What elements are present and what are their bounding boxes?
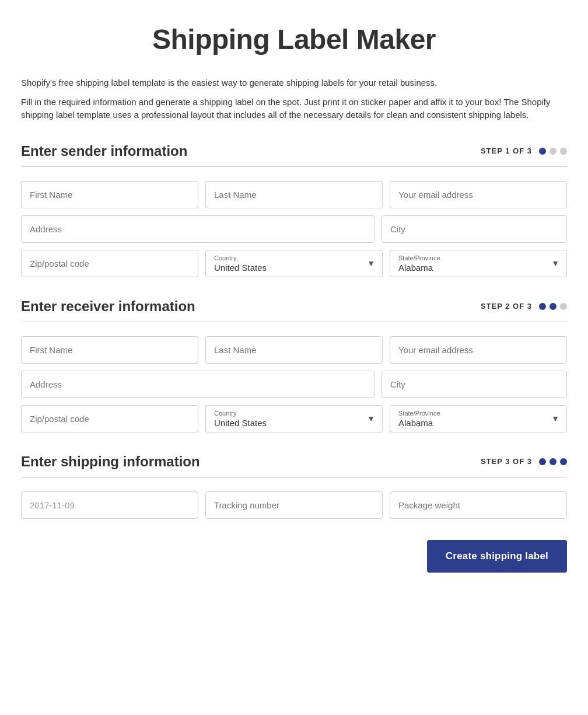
receiver-section-title: Enter receiver information: [21, 298, 195, 315]
shipping-section-header: Enter shipping information STEP 3 OF 3: [21, 454, 567, 470]
sender-last-name[interactable]: [205, 181, 383, 208]
shipping-divider: [21, 477, 567, 477]
sender-dot-1: [539, 148, 546, 155]
receiver-country-select[interactable]: Country United States ▼ United States Ca…: [205, 405, 383, 433]
sender-divider: [21, 166, 567, 167]
receiver-row-1: [21, 336, 567, 364]
shipping-row-1: [21, 491, 567, 519]
sender-city[interactable]: [382, 215, 567, 243]
intro-text-1: Shopify's free shipping label template i…: [21, 76, 567, 90]
receiver-form: Country United States ▼ United States Ca…: [21, 336, 567, 433]
receiver-divider: [21, 322, 567, 322]
sender-email[interactable]: [390, 181, 567, 208]
receiver-city[interactable]: [382, 371, 567, 398]
sender-row-1: [21, 181, 567, 208]
sender-first-name[interactable]: [21, 181, 198, 208]
sender-section: Enter sender information STEP 1 OF 3 Cou…: [21, 143, 567, 277]
sender-row-2: [21, 215, 567, 243]
receiver-dot-2: [550, 303, 556, 310]
page-title: Shipping Label Maker: [21, 23, 567, 55]
sender-dot-2: [550, 148, 556, 155]
shipping-section: Enter shipping information STEP 3 OF 3: [21, 454, 567, 519]
receiver-email[interactable]: [390, 336, 567, 364]
shipping-step-indicator: STEP 3 OF 3: [481, 457, 567, 466]
sender-address[interactable]: [21, 215, 374, 243]
receiver-zip[interactable]: [21, 405, 198, 433]
sender-section-header: Enter sender information STEP 1 OF 3: [21, 143, 567, 159]
sender-row-3: Country United States ▼ United States Ca…: [21, 250, 567, 277]
sender-country-select[interactable]: Country United States ▼ United States Ca…: [205, 250, 383, 277]
receiver-first-name[interactable]: [21, 336, 198, 364]
sender-zip[interactable]: [21, 250, 198, 277]
receiver-step-label: STEP 2 OF 3: [481, 302, 532, 311]
receiver-dot-1: [539, 303, 546, 310]
shipping-tracking[interactable]: [205, 491, 383, 519]
shipping-weight[interactable]: [390, 491, 567, 519]
sender-dot-3: [560, 148, 567, 155]
receiver-step-indicator: STEP 2 OF 3: [481, 302, 567, 311]
sender-step-indicator: STEP 1 OF 3: [481, 147, 567, 155]
receiver-dot-3: [560, 303, 567, 310]
shipping-dot-2: [550, 458, 556, 465]
receiver-section-header: Enter receiver information STEP 2 OF 3: [21, 298, 567, 315]
sender-form: Country United States ▼ United States Ca…: [21, 181, 567, 277]
sender-section-title: Enter sender information: [21, 143, 187, 159]
shipping-dot-3: [560, 458, 567, 465]
create-btn-row: Create shipping label: [21, 540, 567, 573]
shipping-date[interactable]: [21, 491, 198, 519]
receiver-last-name[interactable]: [205, 336, 383, 364]
shipping-dot-1: [539, 458, 546, 465]
receiver-section: Enter receiver information STEP 2 OF 3 C…: [21, 298, 567, 433]
shipping-section-title: Enter shipping information: [21, 454, 200, 470]
receiver-row-3: Country United States ▼ United States Ca…: [21, 405, 567, 433]
shipping-form: [21, 491, 567, 519]
receiver-state-select[interactable]: State/Province Alabama ▼ Alabama Alaska …: [390, 405, 567, 433]
create-shipping-label-button[interactable]: Create shipping label: [427, 540, 567, 573]
shipping-step-label: STEP 3 OF 3: [481, 457, 532, 466]
receiver-address[interactable]: [21, 371, 374, 398]
intro-text-2: Fill in the required information and gen…: [21, 96, 567, 122]
sender-state-select[interactable]: State/Province Alabama ▼ Alabama Alaska …: [390, 250, 567, 277]
receiver-row-2: [21, 371, 567, 398]
sender-step-label: STEP 1 OF 3: [481, 147, 532, 155]
